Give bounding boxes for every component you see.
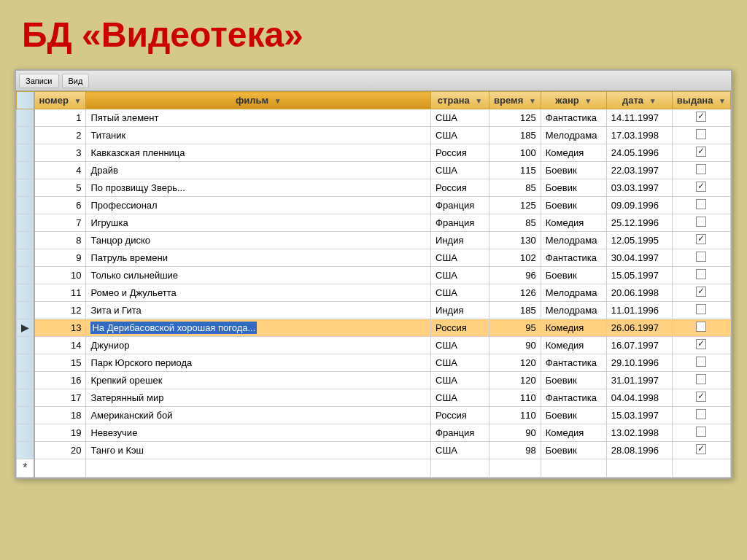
new-row-cell [431,459,489,478]
checkbox-vydana[interactable] [696,444,706,454]
table-row[interactable]: 19НевезучиеФранция90Комедия13.02.1998 [17,424,731,442]
table-row[interactable]: 7ИгрушкаФранция85Комедия25.12.1996 [17,214,731,232]
cell-film: Невезучие [86,424,431,442]
table-row[interactable]: 18Американский бойРоссия110Боевик15.03.1… [17,407,731,424]
row-indicator [17,214,34,232]
table-row[interactable]: 3Кавказская пленницаРоссия100Комедия24.0… [17,144,731,162]
checkbox-vydana[interactable] [696,199,706,209]
checkbox-vydana[interactable] [696,164,706,174]
row-indicator [17,407,34,424]
row-indicator [17,109,34,127]
checkbox-vydana[interactable] [696,357,706,367]
cell-vremya: 120 [489,372,541,389]
cell-vydana[interactable] [672,144,730,162]
checkbox-vydana[interactable] [696,374,706,384]
checkbox-vydana[interactable] [696,392,706,402]
col-header-nomer[interactable]: номер ▼ [34,92,86,109]
cell-zhanr: Фантастика [541,109,606,127]
checkbox-vydana[interactable] [696,427,706,437]
cell-vydana[interactable] [672,337,730,354]
col-header-strana[interactable]: страна ▼ [431,92,489,109]
checkbox-vydana[interactable] [696,147,706,157]
cell-vremya: 110 [489,389,541,407]
toolbar-button-1[interactable]: Записи [19,74,59,88]
checkbox-vydana[interactable] [696,129,706,139]
cell-vydana[interactable] [672,162,730,179]
cell-vydana[interactable] [672,424,730,442]
cell-vremya: 85 [489,179,541,197]
table-row[interactable]: 10Только сильнейшиеСША96Боевик15.05.1997 [17,267,731,284]
table-row[interactable]: 8Танцор дискоИндия130Мелодрама12.05.1995 [17,232,731,249]
toolbar-button-2[interactable]: Вид [62,74,90,88]
checkbox-vydana[interactable] [696,304,706,314]
new-row-cell [541,459,606,478]
table-row[interactable]: 9Патруль времениСША102Фантастика30.04.19… [17,249,731,267]
table-row[interactable]: 5По прозвищу Зверь...Россия85Боевик03.03… [17,179,731,197]
checkbox-vydana[interactable] [696,252,706,262]
checkbox-vydana[interactable] [696,409,706,419]
cell-vydana[interactable] [672,302,730,319]
table-row[interactable]: 15Парк Юрского периодаСША120Фантастика29… [17,354,731,372]
cell-vydana[interactable] [672,372,730,389]
cell-zhanr: Фантастика [541,249,606,267]
cell-vydana[interactable] [672,389,730,407]
new-row-cell [86,459,431,478]
cell-zhanr: Боевик [541,162,606,179]
cell-vremya: 102 [489,249,541,267]
checkbox-vydana[interactable] [696,217,706,227]
checkbox-vydana[interactable] [696,269,706,279]
cell-vydana[interactable] [672,354,730,372]
cell-zhanr: Комедия [541,337,606,354]
table-row[interactable]: 11Ромео и ДжульеттаСША126Мелодрама20.06.… [17,284,731,302]
table-row[interactable]: 2ТитаникСША185Мелодрама17.03.1998 [17,127,731,144]
col-header-zhanr[interactable]: жанр ▼ [541,92,606,109]
cell-vydana[interactable] [672,179,730,197]
cell-film: Затерянный мир [86,389,431,407]
cell-data: 04.04.1998 [606,389,672,407]
table-row[interactable]: 4ДрайвСША115Боевик22.03.1997 [17,162,731,179]
checkbox-vydana[interactable] [696,339,706,349]
cell-film: Титаник [86,127,431,144]
new-row-cell [34,459,86,478]
table-row[interactable]: 1Пятый элементСША125Фантастика14.11.1997 [17,109,731,127]
cell-vydana[interactable] [672,267,730,284]
cell-vydana[interactable] [672,127,730,144]
cell-nomer: 9 [34,249,86,267]
cell-strana: Франция [431,424,489,442]
checkbox-vydana[interactable] [696,322,706,332]
cell-vydana[interactable] [672,249,730,267]
page-title: БД «Видеотека» [15,15,732,55]
cell-film: Профессионал [86,197,431,214]
checkbox-vydana[interactable] [696,287,706,297]
cell-vydana[interactable] [672,442,730,459]
cell-vydana[interactable] [672,109,730,127]
checkbox-vydana[interactable] [696,182,706,192]
table-row[interactable]: 20Танго и КэшСША98Боевик28.08.1996 [17,442,731,459]
cell-vydana[interactable] [672,407,730,424]
table-row[interactable]: 12Зита и ГитаИндия185Мелодрама11.01.1996 [17,302,731,319]
cell-strana: Россия [431,319,489,337]
cell-data: 12.05.1995 [606,232,672,249]
table-row[interactable]: 14ДжуниорСША90Комедия16.07.1997 [17,337,731,354]
table-row[interactable]: ▶13На Дерибасовской хорошая погода...Рос… [17,319,731,337]
data-table: номер ▼ фильм ▼ страна ▼ время ▼ жанр [16,91,731,478]
col-header-vremya[interactable]: время ▼ [489,92,541,109]
table-row[interactable]: 17Затерянный мирСША110Фантастика04.04.19… [17,389,731,407]
table-row[interactable]: 6ПрофессионалФранция125Боевик09.09.1996 [17,197,731,214]
cell-strana: США [431,249,489,267]
cell-vydana[interactable] [672,319,730,337]
col-header-film[interactable]: фильм ▼ [86,92,431,109]
col-header-vydana[interactable]: выдана ▼ [672,92,730,109]
table-row[interactable]: 16Крепкий орешекСША120Боевик31.01.1997 [17,372,731,389]
checkbox-vydana[interactable] [696,234,706,244]
cell-vydana[interactable] [672,232,730,249]
cell-vydana[interactable] [672,284,730,302]
cell-nomer: 18 [34,407,86,424]
cell-vydana[interactable] [672,197,730,214]
checkbox-vydana[interactable] [696,112,706,122]
cell-vremya: 115 [489,162,541,179]
cell-vremya: 90 [489,337,541,354]
cell-vydana[interactable] [672,214,730,232]
cell-data: 20.06.1998 [606,284,672,302]
col-header-data[interactable]: дата ▼ [606,92,672,109]
